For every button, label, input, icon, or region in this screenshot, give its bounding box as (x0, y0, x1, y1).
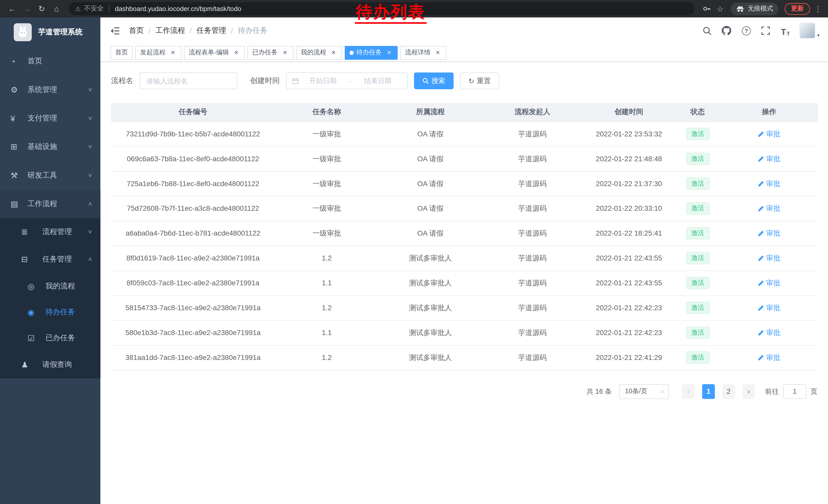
browser-refresh-icon[interactable]: ↻ (35, 2, 49, 16)
sidebar-item-请假查询[interactable]: ♟请假查询 (0, 351, 100, 378)
approve-link[interactable]: 审批 (758, 253, 781, 263)
cell-process: OA 请假 (379, 171, 482, 196)
tab-首页[interactable]: 首页 (111, 46, 133, 59)
cell-action: 审批 (720, 246, 818, 271)
app-title: 芋道管理系统 (38, 28, 82, 37)
help-icon[interactable]: ? (741, 25, 752, 36)
close-icon[interactable]: × (169, 49, 177, 56)
breadcrumb-item[interactable]: 首页 (129, 26, 144, 35)
bookmark-star-icon[interactable]: ☆ (714, 2, 727, 15)
cell-time: 2022-01-21 22:43:55 (583, 246, 675, 271)
browser-menu-icon[interactable]: ⋮ (813, 5, 823, 13)
approve-label: 审批 (766, 278, 781, 288)
incognito-badge[interactable]: 无痕模式 (731, 2, 779, 15)
cell-status: 激活 (675, 246, 720, 271)
page-button-1[interactable]: 1 (702, 384, 715, 399)
approve-link[interactable]: 审批 (758, 353, 781, 362)
page-size-select[interactable]: 10条/页 ˅ (619, 384, 669, 399)
user-menu[interactable]: ▾ (800, 23, 820, 39)
date-range-picker[interactable]: 开始日期 - 结束日期 (286, 72, 408, 89)
sidebar-item-label: 研发工具 (28, 171, 57, 180)
approve-link[interactable]: 审批 (758, 204, 781, 213)
table-header-row: 任务编号任务名称所属流程流程发起人创建时间状态操作 (111, 103, 818, 122)
address-bar[interactable]: ⚠ 不安全 dashboard.yudao.iocoder.cn/bpm/tas… (69, 2, 695, 15)
tab-我的流程[interactable]: 我的流程× (296, 46, 342, 59)
approve-link[interactable]: 审批 (758, 129, 781, 139)
yen-icon: ¥ (10, 114, 23, 123)
column-header-任务名称: 任务名称 (275, 103, 379, 122)
password-key-icon[interactable] (700, 2, 713, 15)
goto-page-input[interactable] (783, 384, 806, 399)
process-name-input[interactable] (139, 72, 237, 89)
reset-button-label: 重置 (477, 76, 491, 86)
sidebar-item-label: 工作流程 (28, 199, 57, 209)
tab-流程表单-编辑[interactable]: 流程表单-编辑× (184, 46, 245, 59)
search-button[interactable]: 搜索 (414, 72, 454, 89)
next-page-button[interactable]: › (742, 384, 755, 399)
browser-home-icon[interactable]: ⌂ (50, 2, 64, 16)
approve-label: 审批 (766, 328, 781, 337)
font-size-icon[interactable]: TT (780, 25, 791, 36)
tab-label: 我的流程 (301, 48, 326, 57)
tab-流程详情[interactable]: 流程详情× (400, 46, 446, 59)
app-logo[interactable]: 芋道管理系统 (0, 17, 100, 47)
screen: ← → ↻ ⌂ ⚠ 不安全 dashboard.yudao.iocoder.cn… (0, 0, 828, 504)
approve-link[interactable]: 审批 (758, 229, 781, 238)
sidebar-item-基础设施[interactable]: ⊞基础设施˅ (0, 133, 100, 161)
chevron-up-icon: ˄ (88, 256, 92, 263)
cell-starter: 芋道源码 (482, 171, 583, 196)
cell-starter: 芋道源码 (482, 246, 583, 271)
sidebar-collapse-icon[interactable] (109, 25, 121, 36)
breadcrumb-item[interactable]: 工作流程 (156, 26, 185, 35)
sidebar-item-研发工具[interactable]: ⚒研发工具˅ (0, 161, 100, 190)
reset-button[interactable]: ↻ 重置 (460, 72, 499, 89)
close-icon[interactable]: × (233, 49, 240, 56)
url-text: dashboard.yudao.iocoder.cn/bpm/task/todo (115, 5, 241, 12)
close-icon[interactable]: × (330, 49, 337, 56)
sidebar-item-系统管理[interactable]: ⚙系统管理˅ (0, 76, 100, 104)
chevron-down-icon: ˅ (88, 228, 92, 236)
approve-label: 审批 (766, 353, 781, 362)
page-button-2[interactable]: 2 (722, 384, 735, 399)
sidebar-item-已办任务[interactable]: ☑已办任务 (0, 325, 100, 351)
sidebar-item-首页[interactable]: ◔首页 (0, 47, 100, 75)
fullscreen-icon[interactable] (760, 25, 771, 36)
sidebar-item-label: 待办任务 (45, 307, 75, 317)
sidebar-item-label: 请假查询 (42, 360, 72, 369)
browser-back-icon[interactable]: ← (5, 2, 19, 16)
sidebar-item-label: 支付管理 (28, 113, 57, 123)
sidebar-item-流程管理[interactable]: ≣流程管理˅ (0, 218, 100, 245)
prev-page-button[interactable]: ‹ (682, 384, 695, 399)
search-icon[interactable] (702, 25, 712, 36)
update-button[interactable]: 更新 (785, 3, 810, 14)
cell-process: OA 请假 (379, 122, 482, 146)
close-icon[interactable]: × (434, 49, 442, 56)
tab-label: 待办任务 (356, 48, 382, 57)
breadcrumb-item[interactable]: 任务管理 (197, 26, 226, 35)
close-icon[interactable]: × (281, 49, 289, 56)
cell-status: 激活 (675, 122, 720, 146)
status-badge: 激活 (686, 227, 709, 239)
tab-发起流程[interactable]: 发起流程× (135, 46, 181, 59)
cell-process: 测试多审批人 (379, 246, 482, 271)
sidebar-item-支付管理[interactable]: ¥支付管理˅ (0, 104, 100, 133)
tab-待办任务[interactable]: 待办任务× (345, 46, 398, 59)
approve-link[interactable]: 审批 (758, 328, 781, 337)
github-icon[interactable] (721, 25, 732, 36)
close-icon[interactable]: × (385, 49, 393, 56)
cell-status: 激活 (675, 345, 720, 370)
header-actions: ? TT ▾ (702, 23, 820, 39)
approve-link[interactable]: 审批 (758, 303, 781, 313)
sidebar-item-待办任务[interactable]: ◉待办任务 (0, 299, 100, 325)
column-header-所属流程: 所属流程 (379, 103, 482, 122)
end-date-placeholder: 结束日期 (354, 76, 402, 86)
create-time-label: 创建时间 (250, 76, 280, 86)
approve-link[interactable]: 审批 (758, 278, 781, 288)
tab-已办任务[interactable]: 已办任务× (248, 46, 293, 59)
sidebar-item-任务管理[interactable]: ⊟任务管理˄ (0, 246, 100, 273)
sidebar-item-我的流程[interactable]: ◎我的流程 (0, 273, 100, 299)
approve-link[interactable]: 审批 (758, 154, 781, 164)
browser-forward-icon[interactable]: → (20, 2, 34, 16)
sidebar-item-工作流程[interactable]: ▤工作流程˄ (0, 190, 100, 218)
approve-link[interactable]: 审批 (758, 179, 781, 188)
